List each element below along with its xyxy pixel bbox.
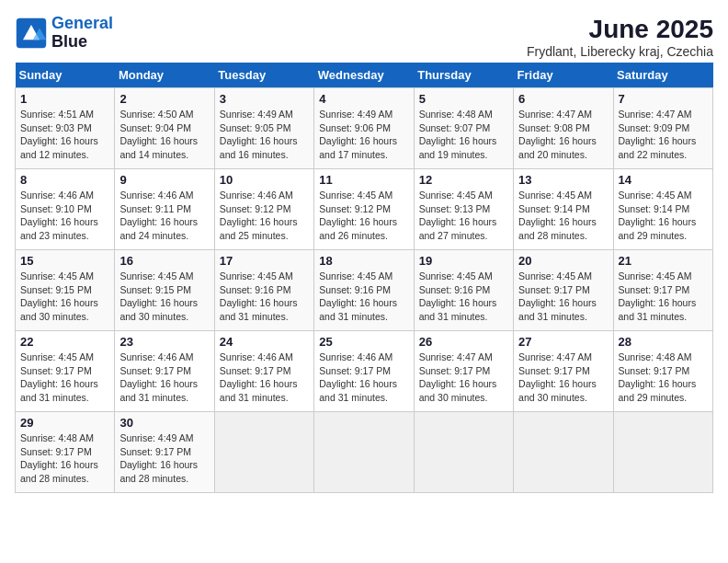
week-row-5: 29Sunrise: 4:48 AMSunset: 9:17 PMDayligh… [16,412,713,493]
header-saturday: Saturday [613,63,712,88]
day-number: 4 [319,92,408,106]
day-info: Sunrise: 4:45 AMSunset: 9:15 PMDaylight:… [119,270,209,324]
day-number: 16 [119,254,209,268]
day-info: Sunrise: 4:48 AMSunset: 9:07 PMDaylight:… [419,108,508,162]
day-info: Sunrise: 4:47 AMSunset: 9:08 PMDaylight:… [518,108,608,162]
title-block: June 2025 Frydlant, Liberecky kraj, Czec… [527,15,713,59]
day-cell-16: 16Sunrise: 4:45 AMSunset: 9:15 PMDayligh… [115,250,214,331]
week-row-2: 8Sunrise: 4:46 AMSunset: 9:10 PMDaylight… [16,169,713,250]
day-info: Sunrise: 4:46 AMSunset: 9:10 PMDaylight:… [20,189,109,243]
day-info: Sunrise: 4:47 AMSunset: 9:17 PMDaylight:… [419,350,508,405]
empty-cell [414,412,513,493]
day-number: 20 [518,254,608,268]
logo: General Blue [15,15,113,52]
day-info: Sunrise: 4:49 AMSunset: 9:17 PMDaylight:… [119,431,209,486]
day-info: Sunrise: 4:45 AMSunset: 9:17 PMDaylight:… [20,350,109,405]
day-number: 14 [619,173,708,187]
day-cell-27: 27Sunrise: 4:47 AMSunset: 9:17 PMDayligh… [514,331,613,412]
week-row-4: 22Sunrise: 4:45 AMSunset: 9:17 PMDayligh… [16,331,713,412]
day-info: Sunrise: 4:49 AMSunset: 9:05 PMDaylight:… [220,108,309,162]
day-number: 6 [518,92,608,106]
day-cell-20: 20Sunrise: 4:45 AMSunset: 9:17 PMDayligh… [514,250,613,331]
day-info: Sunrise: 4:45 AMSunset: 9:16 PMDaylight:… [319,270,408,324]
day-number: 21 [619,254,708,268]
day-cell-10: 10Sunrise: 4:46 AMSunset: 9:12 PMDayligh… [214,169,313,250]
day-cell-19: 19Sunrise: 4:45 AMSunset: 9:16 PMDayligh… [414,250,513,331]
day-number: 27 [518,335,608,349]
day-info: Sunrise: 4:45 AMSunset: 9:16 PMDaylight:… [220,270,309,324]
day-number: 29 [20,416,109,430]
week-row-1: 1Sunrise: 4:51 AMSunset: 9:03 PMDaylight… [16,88,713,169]
empty-cell [514,412,613,493]
header-tuesday: Tuesday [214,63,313,88]
day-cell-1: 1Sunrise: 4:51 AMSunset: 9:03 PMDaylight… [16,88,115,169]
day-cell-13: 13Sunrise: 4:45 AMSunset: 9:14 PMDayligh… [514,169,613,250]
week-row-3: 15Sunrise: 4:45 AMSunset: 9:15 PMDayligh… [16,250,713,331]
day-number: 28 [619,335,708,349]
page-header: General Blue June 2025 Frydlant, Liberec… [15,15,713,59]
header-monday: Monday [115,63,214,88]
day-info: Sunrise: 4:47 AMSunset: 9:09 PMDaylight:… [619,108,708,162]
day-cell-11: 11Sunrise: 4:45 AMSunset: 9:12 PMDayligh… [314,169,414,250]
day-cell-7: 7Sunrise: 4:47 AMSunset: 9:09 PMDaylight… [613,88,712,169]
day-number: 18 [319,254,408,268]
day-cell-22: 22Sunrise: 4:45 AMSunset: 9:17 PMDayligh… [16,331,115,412]
day-cell-24: 24Sunrise: 4:46 AMSunset: 9:17 PMDayligh… [214,331,313,412]
header-friday: Friday [514,63,613,88]
day-number: 15 [20,254,109,268]
day-info: Sunrise: 4:51 AMSunset: 9:03 PMDaylight:… [20,108,109,162]
day-info: Sunrise: 4:46 AMSunset: 9:12 PMDaylight:… [220,189,309,243]
day-info: Sunrise: 4:46 AMSunset: 9:17 PMDaylight:… [319,350,408,405]
days-header-row: SundayMondayTuesdayWednesdayThursdayFrid… [16,63,713,88]
day-number: 24 [220,335,309,349]
day-info: Sunrise: 4:50 AMSunset: 9:04 PMDaylight:… [119,108,209,162]
day-cell-9: 9Sunrise: 4:46 AMSunset: 9:11 PMDaylight… [115,169,214,250]
day-info: Sunrise: 4:45 AMSunset: 9:14 PMDaylight:… [518,189,608,243]
day-info: Sunrise: 4:46 AMSunset: 9:11 PMDaylight:… [119,189,209,243]
day-info: Sunrise: 4:48 AMSunset: 9:17 PMDaylight:… [619,350,708,405]
empty-cell [314,412,414,493]
day-number: 23 [119,335,209,349]
day-info: Sunrise: 4:45 AMSunset: 9:15 PMDaylight:… [20,270,109,324]
day-cell-29: 29Sunrise: 4:48 AMSunset: 9:17 PMDayligh… [16,412,115,493]
day-number: 9 [119,173,209,187]
day-number: 22 [20,335,109,349]
calendar-table: SundayMondayTuesdayWednesdayThursdayFrid… [15,63,713,493]
day-cell-2: 2Sunrise: 4:50 AMSunset: 9:04 PMDaylight… [115,88,214,169]
day-info: Sunrise: 4:48 AMSunset: 9:17 PMDaylight:… [20,431,109,486]
day-info: Sunrise: 4:45 AMSunset: 9:13 PMDaylight:… [419,189,508,243]
day-number: 17 [220,254,309,268]
header-wednesday: Wednesday [314,63,414,88]
day-number: 13 [518,173,608,187]
empty-cell [613,412,712,493]
day-cell-15: 15Sunrise: 4:45 AMSunset: 9:15 PMDayligh… [16,250,115,331]
day-number: 5 [419,92,508,106]
month-title: June 2025 [527,15,713,44]
day-info: Sunrise: 4:45 AMSunset: 9:14 PMDaylight:… [619,189,708,243]
day-info: Sunrise: 4:45 AMSunset: 9:17 PMDaylight:… [619,270,708,324]
day-cell-28: 28Sunrise: 4:48 AMSunset: 9:17 PMDayligh… [613,331,712,412]
day-number: 8 [20,173,109,187]
day-number: 3 [220,92,309,106]
empty-cell [214,412,313,493]
day-cell-25: 25Sunrise: 4:46 AMSunset: 9:17 PMDayligh… [314,331,414,412]
day-cell-23: 23Sunrise: 4:46 AMSunset: 9:17 PMDayligh… [115,331,214,412]
day-cell-3: 3Sunrise: 4:49 AMSunset: 9:05 PMDaylight… [214,88,313,169]
day-cell-18: 18Sunrise: 4:45 AMSunset: 9:16 PMDayligh… [314,250,414,331]
day-cell-30: 30Sunrise: 4:49 AMSunset: 9:17 PMDayligh… [115,412,214,493]
day-info: Sunrise: 4:45 AMSunset: 9:17 PMDaylight:… [518,270,608,324]
day-cell-12: 12Sunrise: 4:45 AMSunset: 9:13 PMDayligh… [414,169,513,250]
header-thursday: Thursday [414,63,513,88]
day-cell-4: 4Sunrise: 4:49 AMSunset: 9:06 PMDaylight… [314,88,414,169]
day-number: 26 [419,335,508,349]
location: Frydlant, Liberecky kraj, Czechia [527,44,713,59]
day-info: Sunrise: 4:47 AMSunset: 9:17 PMDaylight:… [518,350,608,405]
day-cell-17: 17Sunrise: 4:45 AMSunset: 9:16 PMDayligh… [214,250,313,331]
day-number: 10 [220,173,309,187]
logo-icon [15,17,48,50]
day-number: 25 [319,335,408,349]
day-cell-26: 26Sunrise: 4:47 AMSunset: 9:17 PMDayligh… [414,331,513,412]
day-number: 11 [319,173,408,187]
logo-text: General Blue [51,15,113,52]
day-info: Sunrise: 4:45 AMSunset: 9:16 PMDaylight:… [419,270,508,324]
